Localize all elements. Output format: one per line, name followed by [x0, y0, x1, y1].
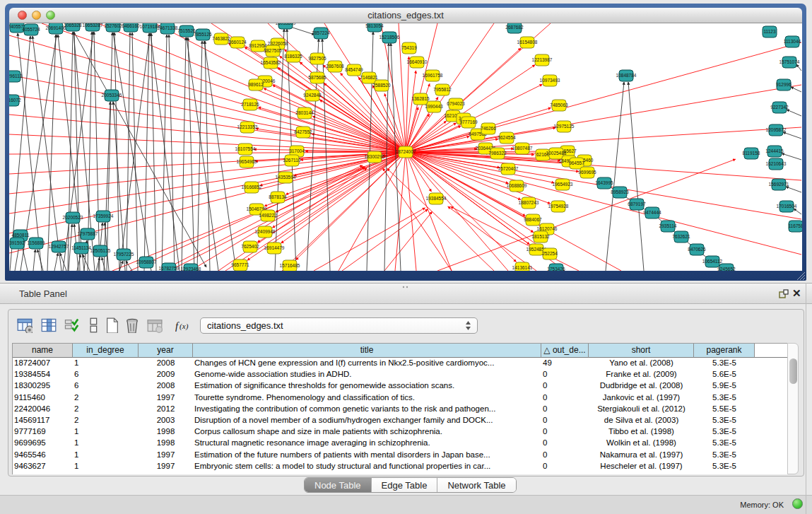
graph-node[interactable]: 391592: [9, 238, 25, 249]
zoom-window-button[interactable]: [46, 11, 55, 20]
graph-node[interactable]: 16961758: [423, 70, 443, 81]
cell-short[interactable]: Jankovic et al. (1997): [589, 392, 694, 403]
graph-node[interactable]: 18807243: [519, 197, 539, 209]
graph-node[interactable]: 2588520: [372, 80, 391, 91]
column-header-short[interactable]: short: [589, 344, 694, 358]
graph-node[interactable]: 8878134: [269, 192, 287, 203]
cell-out_de[interactable]: 49: [541, 357, 589, 368]
graph-node[interactable]: 1498222: [259, 210, 277, 221]
graph-node[interactable]: 9242848: [303, 90, 322, 101]
graph-node[interactable]: 4055724: [22, 24, 40, 35]
cell-short[interactable]: Yano et al. (2008): [589, 357, 694, 368]
graph-node[interactable]: 12975125: [554, 121, 575, 132]
cell-in_degree[interactable]: 1: [73, 449, 139, 460]
graph-node[interactable]: 11451134: [71, 243, 91, 254]
cell-name[interactable]: 9115460: [13, 392, 73, 403]
graph-node[interactable]: 20053346: [102, 90, 122, 101]
cell-name[interactable]: 19384554: [13, 368, 73, 380]
cell-out_de[interactable]: 0: [541, 403, 589, 414]
graph-node[interactable]: 10653287: [83, 23, 103, 31]
scrollbar-thumb[interactable]: [789, 358, 797, 384]
close-panel-icon[interactable]: ✕: [792, 288, 802, 298]
cell-title[interactable]: Disruption of a novel member of a sodium…: [193, 414, 541, 426]
cell-in_degree[interactable]: 2: [73, 392, 139, 403]
cell-pagerank[interactable]: 5.5E-5: [694, 403, 755, 414]
cell-in_degree[interactable]: 2: [73, 414, 139, 426]
window-titlebar[interactable]: citations_edges.txt: [9, 8, 802, 23]
cell-name[interactable]: 9463627: [13, 460, 73, 472]
cell-in_degree[interactable]: 1: [73, 460, 139, 472]
cell-in_degree[interactable]: 1: [73, 357, 139, 368]
cell-pagerank[interactable]: 5.3E-5: [694, 437, 755, 448]
cell-pagerank[interactable]: 5.3E-5: [694, 426, 755, 437]
table-settings-icon[interactable]: [17, 317, 33, 336]
graph-node[interactable]: 17975887: [78, 228, 98, 240]
cell-out_de[interactable]: 0: [541, 460, 589, 472]
graph-node[interactable]: 1065328: [64, 23, 82, 31]
graph-node[interactable]: 15716485: [280, 260, 300, 271]
graph-node[interactable]: 1815132: [531, 231, 550, 243]
cell-name[interactable]: 22420046: [13, 403, 73, 414]
cell-short[interactable]: Wolkin et al. (1998): [589, 437, 694, 448]
graph-node[interactable]: 15692971: [769, 179, 789, 190]
cell-out_de[interactable]: 0: [541, 380, 589, 391]
graph-node[interactable]: 9827505: [308, 53, 326, 64]
cell-year[interactable]: 2003: [139, 414, 193, 426]
column-chooser-icon[interactable]: [41, 317, 57, 336]
cell-name[interactable]: 9777169: [13, 426, 73, 437]
resize-grip-icon[interactable]: [795, 271, 805, 280]
graph-node[interactable]: 7515526: [177, 25, 196, 37]
graph-node[interactable]: 12213987: [532, 54, 553, 66]
graph-node[interactable]: 7463822: [212, 33, 230, 45]
graph-node[interactable]: 17016504: [777, 201, 797, 212]
graph-node[interactable]: 6466160: [122, 23, 140, 32]
graph-node[interactable]: 9227342: [770, 102, 789, 113]
cell-out_de[interactable]: 0: [541, 449, 589, 460]
table-row[interactable]: 911546021997Tourette syndrome. Phenomeno…: [13, 392, 787, 403]
column-header-title[interactable]: title: [193, 344, 541, 358]
graph-node[interactable]: 5875685: [308, 72, 326, 83]
cell-name[interactable]: 14569117: [13, 414, 73, 426]
merge-rows-icon[interactable]: [86, 317, 102, 336]
graph-node[interactable]: 16543582: [261, 57, 281, 69]
graph-node[interactable]: 8660124: [228, 37, 247, 48]
graph-node[interactable]: 10973493: [540, 75, 560, 86]
column-header-name[interactable]: name: [13, 344, 73, 358]
column-header-out_de[interactable]: △ out_de...: [541, 344, 589, 358]
function-icon[interactable]: f(x): [175, 317, 191, 336]
cell-out_de[interactable]: 0: [541, 426, 589, 437]
graph-node[interactable]: 8119158: [743, 148, 760, 159]
graph-node[interactable]: 3267110: [283, 155, 301, 166]
graph-node[interactable]: 14136141: [512, 262, 533, 271]
graph-node[interactable]: 8454749: [345, 64, 363, 76]
graph-node[interactable]: 15751074: [779, 57, 800, 68]
column-header-pagerank[interactable]: pagerank: [694, 344, 755, 358]
cell-pagerank[interactable]: 5.3E-5: [694, 392, 755, 403]
graph-node[interactable]: 1244415: [765, 146, 784, 157]
table-row[interactable]: 2242004622012Investigating the contribut…: [13, 403, 787, 414]
cell-year[interactable]: 2012: [139, 403, 193, 414]
graph-node[interactable]: 16154808: [517, 37, 538, 48]
graph-node[interactable]: 2803144: [295, 107, 314, 119]
cell-out_de[interactable]: 0: [541, 392, 589, 403]
graph-node[interactable]: 2687682: [505, 23, 524, 33]
graph-node[interactable]: 7986322: [488, 148, 507, 159]
graph-node[interactable]: 1113044: [784, 36, 801, 47]
table-source-select[interactable]: citations_edges.txt: [200, 317, 478, 334]
cell-short[interactable]: Dudbridge et al. (2008): [589, 380, 694, 391]
table-row[interactable]: 1938455462009Genome-wide association stu…: [13, 368, 787, 380]
graph-node[interactable]: 19654923: [553, 179, 573, 190]
cell-title[interactable]: Corpus callosum shape and size in male p…: [193, 426, 541, 437]
table-row[interactable]: 946362711997Embryonic stem cells: a mode…: [13, 460, 787, 472]
graph-node[interactable]: 9699695: [578, 167, 596, 178]
graph-node[interactable]: 116758: [788, 221, 802, 232]
graph-node[interactable]: 19384554: [426, 193, 447, 204]
cell-short[interactable]: de Silva et al. (2003): [589, 414, 694, 426]
graph-node[interactable]: 10958807: [136, 257, 157, 268]
cell-pagerank[interactable]: 5.6E-5: [694, 368, 755, 380]
new-document-icon[interactable]: [105, 317, 120, 336]
select-rows-icon[interactable]: [64, 317, 79, 336]
cell-short[interactable]: Stergiakouli et al. (2012): [589, 403, 694, 414]
graph-node[interactable]: 7632621: [672, 231, 690, 243]
graph-node[interactable]: 912996: [776, 79, 792, 90]
